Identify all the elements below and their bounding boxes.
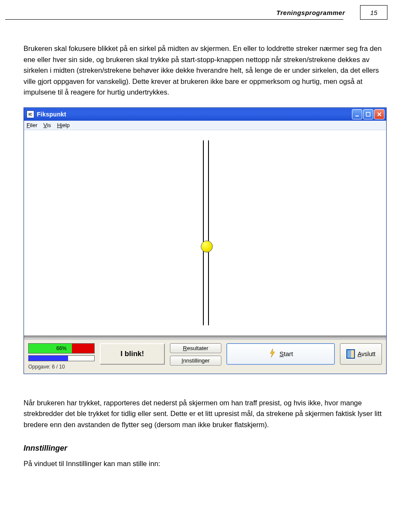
maximize-button[interactable] <box>363 109 373 119</box>
settings-button[interactable]: Innstillinger <box>170 356 221 366</box>
maximize-icon <box>366 112 371 117</box>
panel-separator <box>24 336 386 339</box>
window-titlebar[interactable]: IC Fikspunkt <box>24 108 386 121</box>
accuracy-percent-label: 66% <box>29 345 94 351</box>
status-bar: 66% Oppgave: 6 / 10 I blink! Resultater … <box>24 339 386 374</box>
svg-rect-0 <box>355 116 359 116</box>
embedded-screenshot: IC Fikspunkt Filer Vis Hjelp <box>24 107 387 374</box>
results-button[interactable]: Resultater <box>170 343 221 353</box>
close-icon <box>377 112 382 117</box>
menu-filer[interactable]: Filer <box>27 122 37 128</box>
paragraph-3: På vinduet til Innstillinger kan man sti… <box>24 458 387 470</box>
app-icon: IC <box>27 110 34 118</box>
close-button[interactable] <box>374 109 384 119</box>
page-number: 15 <box>360 5 387 20</box>
task-progress-label: Oppgave: 6 / 10 <box>28 364 95 370</box>
vertical-line-left <box>203 140 204 325</box>
header-title: Treningsprogrammer <box>277 5 360 20</box>
task-progress-bar <box>28 355 95 361</box>
bolt-icon <box>268 348 276 359</box>
accuracy-bar: 66% <box>28 343 95 354</box>
svg-rect-1 <box>366 112 370 116</box>
window-title: Fikspunkt <box>37 111 352 118</box>
menu-bar: Filer Vis Hjelp <box>24 121 386 130</box>
exit-button[interactable]: Avslutt <box>340 343 382 365</box>
feedback-box: I blink! <box>100 343 165 365</box>
menu-vis[interactable]: Vis <box>43 122 51 128</box>
minimize-icon <box>354 112 360 117</box>
minimize-button[interactable] <box>352 109 362 119</box>
menu-hjelp[interactable]: Hjelp <box>57 122 70 128</box>
target-circle <box>201 241 213 253</box>
vertical-line-right <box>208 140 209 325</box>
subheading-innstillinger: Innstillinger <box>24 443 387 455</box>
door-icon <box>346 349 355 359</box>
start-button[interactable]: Start <box>226 343 335 365</box>
training-canvas[interactable] <box>24 130 386 336</box>
paragraph-2: Når brukeren har trykket, rapporteres de… <box>24 398 387 431</box>
paragraph-1: Brukeren skal fokusere blikket på en sir… <box>24 43 387 98</box>
header-rule <box>5 19 343 20</box>
